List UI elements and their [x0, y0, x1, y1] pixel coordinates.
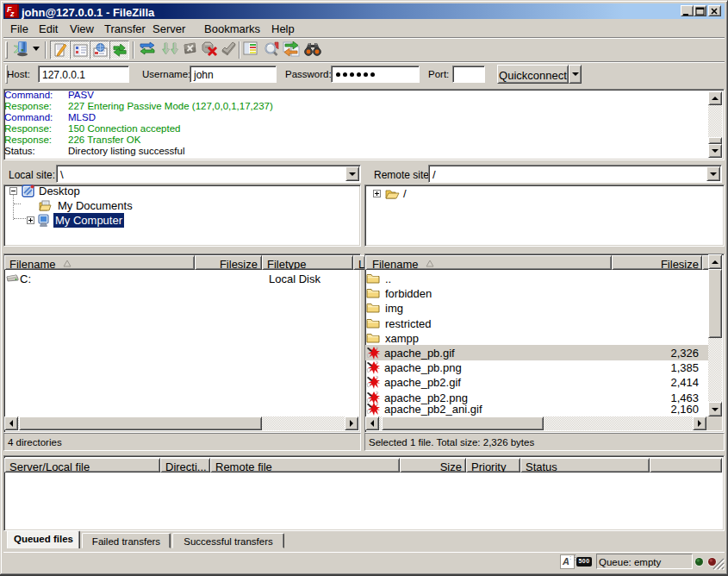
svg-text:z: z	[9, 9, 15, 18]
